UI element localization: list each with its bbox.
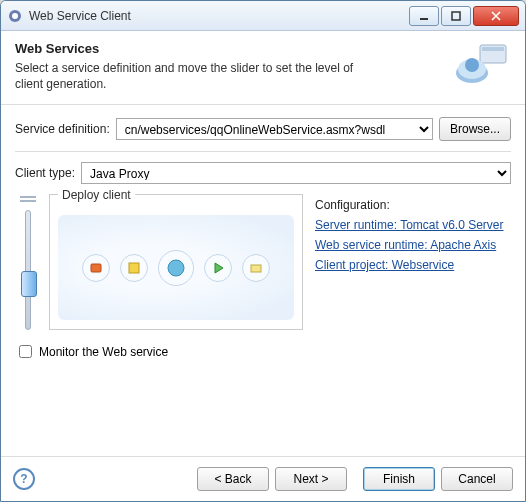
next-button[interactable]: Next > — [275, 467, 347, 491]
back-button[interactable]: < Back — [197, 467, 269, 491]
diagram-node-icon — [204, 254, 232, 282]
separator — [15, 151, 511, 152]
svg-rect-3 — [452, 12, 460, 20]
svg-marker-12 — [215, 263, 223, 273]
app-icon — [7, 8, 23, 24]
slider-tick — [20, 200, 36, 202]
service-definition-label: Service definition: — [15, 122, 110, 136]
service-definition-row: Service definition: cn/webservices/qqOnl… — [15, 117, 511, 141]
wizard-banner-icon — [451, 41, 511, 91]
window-title: Web Service Client — [29, 9, 409, 23]
webservice-runtime-link[interactable]: Web service runtime: Apache Axis — [315, 238, 511, 252]
wizard-body: Service definition: cn/webservices/qqOnl… — [1, 105, 525, 373]
browse-button[interactable]: Browse... — [439, 117, 511, 141]
wizard-header: Web Services Select a service definition… — [1, 31, 525, 105]
help-icon[interactable]: ? — [13, 468, 35, 490]
cancel-button[interactable]: Cancel — [441, 467, 513, 491]
dialog-window: Web Service Client Web Services Select a… — [0, 0, 526, 502]
finish-button[interactable]: Finish — [363, 467, 435, 491]
svg-rect-2 — [420, 18, 428, 20]
minimize-button[interactable] — [409, 6, 439, 26]
page-title: Web Services — [15, 41, 451, 56]
wizard-footer: ? < Back Next > Finish Cancel — [1, 456, 525, 501]
deploy-fieldset: Deploy client — [49, 194, 303, 330]
mid-section: Deploy client Configuration: Server runt… — [15, 194, 511, 330]
client-type-label: Client type: — [15, 166, 75, 180]
client-type-row: Client type: Java Proxy — [15, 162, 511, 184]
configuration-title: Configuration: — [315, 198, 511, 212]
service-definition-combo[interactable]: cn/webservices/qqOnlineWebService.asmx?w… — [116, 118, 433, 140]
deploy-legend: Deploy client — [58, 188, 135, 202]
server-runtime-link[interactable]: Server runtime: Tomcat v6.0 Server — [315, 218, 511, 232]
slider-tick — [20, 196, 36, 198]
monitor-row: Monitor the Web service — [15, 342, 511, 361]
diagram-node-icon — [158, 250, 194, 286]
deploy-diagram — [58, 215, 294, 320]
client-project-link[interactable]: Client project: Webservice — [315, 258, 511, 272]
svg-rect-10 — [129, 263, 139, 273]
page-subtitle: Select a service definition and move the… — [15, 60, 375, 92]
slider-thumb[interactable] — [21, 271, 37, 297]
diagram-node-icon — [82, 254, 110, 282]
window-buttons — [409, 6, 519, 26]
diagram-node-icon — [242, 254, 270, 282]
monitor-label: Monitor the Web service — [39, 345, 168, 359]
monitor-checkbox[interactable] — [19, 345, 32, 358]
generation-slider[interactable] — [15, 194, 41, 330]
configuration-panel: Configuration: Server runtime: Tomcat v6… — [311, 194, 511, 330]
svg-point-1 — [12, 13, 18, 19]
svg-rect-5 — [482, 47, 504, 51]
svg-point-8 — [465, 58, 479, 72]
slider-track[interactable] — [25, 210, 31, 330]
titlebar[interactable]: Web Service Client — [1, 1, 525, 31]
diagram-node-icon — [120, 254, 148, 282]
svg-rect-13 — [251, 265, 261, 272]
svg-rect-9 — [91, 264, 101, 272]
client-type-combo[interactable]: Java Proxy — [81, 162, 511, 184]
close-button[interactable] — [473, 6, 519, 26]
svg-point-11 — [168, 260, 184, 276]
maximize-button[interactable] — [441, 6, 471, 26]
